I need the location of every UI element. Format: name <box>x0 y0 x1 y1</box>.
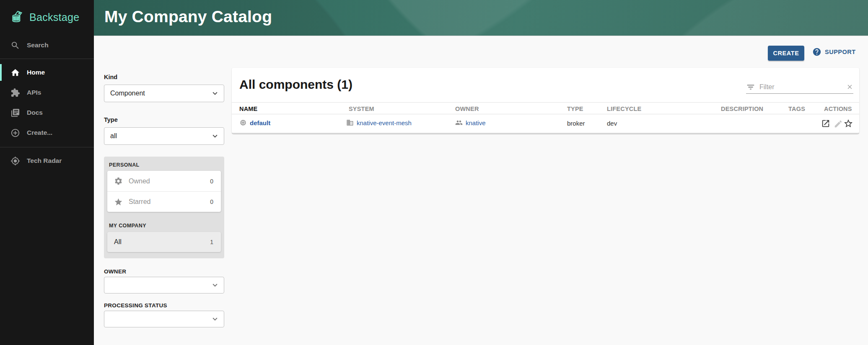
personal-section-label: PERSONAL <box>109 162 140 168</box>
column-header-tags[interactable]: TAGS <box>788 106 805 112</box>
sidebar-item-tech-radar[interactable]: Tech Radar <box>0 151 94 171</box>
create-button[interactable]: CREATE <box>768 46 804 61</box>
backstage-logo[interactable]: Backstage <box>0 0 94 33</box>
edit-pencil-icon <box>834 119 843 129</box>
column-header-type[interactable]: TYPE <box>567 106 583 112</box>
type-select[interactable]: all <box>104 127 224 145</box>
group-icon <box>455 119 463 126</box>
building-icon <box>346 119 354 126</box>
table-header-row: NAME SYSTEM OWNER TYPE LIFECYCLE DESCRIP… <box>232 102 859 114</box>
components-table-card: All components (1) NAME SYSTEM OWNER TYP… <box>232 68 859 134</box>
sidebar-item-label: APIs <box>27 89 41 96</box>
kind-select[interactable]: Component <box>104 85 224 102</box>
puzzle-icon <box>10 88 20 98</box>
sidebar-item-create[interactable]: Create... <box>0 123 94 143</box>
lifecycle-cell: dev <box>607 120 617 127</box>
my-company-section-label: MY COMPANY <box>109 223 146 229</box>
owner-filter-label: OWNER <box>104 268 126 275</box>
clear-filter-icon[interactable] <box>846 83 853 91</box>
chevron-down-icon <box>210 281 220 290</box>
owner-select[interactable] <box>104 277 224 294</box>
all-filter-label: All <box>114 238 210 246</box>
radar-icon <box>10 156 20 166</box>
app-root: Backstage Search Home APIs Docs Create..… <box>0 0 868 345</box>
chevron-down-icon <box>210 131 220 141</box>
owned-count: 0 <box>210 178 213 185</box>
support-button[interactable]: SUPPORT <box>812 47 856 57</box>
entity-name-text: default <box>250 119 270 126</box>
processing-status-select[interactable] <box>104 311 224 327</box>
open-in-new-button[interactable] <box>821 119 830 130</box>
column-header-description[interactable]: DESCRIPTION <box>721 106 763 112</box>
backstage-logo-icon <box>10 9 24 25</box>
column-header-owner[interactable]: OWNER <box>455 106 479 112</box>
sidebar-item-label: Tech Radar <box>27 157 62 165</box>
type-filter-label: Type <box>104 116 118 123</box>
starred-count: 0 <box>210 198 213 205</box>
plus-circle-icon <box>10 128 20 138</box>
docs-icon <box>10 108 20 118</box>
all-filter-item[interactable]: All 1 <box>107 232 221 252</box>
page-title: My Company Catalog <box>104 8 272 26</box>
sidebar-item-label: Search <box>27 41 49 49</box>
system-link-text: knative-event-mesh <box>357 119 412 126</box>
star-outline-icon <box>843 118 853 129</box>
starred-filter-label: Starred <box>129 198 204 206</box>
sidebar-item-docs[interactable]: Docs <box>0 103 94 123</box>
owner-link[interactable]: knative <box>455 119 486 126</box>
sidebar-item-apis[interactable]: APIs <box>0 82 94 103</box>
support-label: SUPPORT <box>825 49 856 55</box>
backstage-logo-text: Backstage <box>29 11 79 23</box>
chevron-down-icon <box>210 89 220 98</box>
system-link[interactable]: knative-event-mesh <box>346 119 412 126</box>
sidebar-item-label: Create... <box>27 129 52 136</box>
home-icon <box>10 68 20 77</box>
entity-picker-card: PERSONAL Owned 0 Starred 0 MY COMPANY Al… <box>104 157 224 258</box>
sidebar-item-home[interactable]: Home <box>0 62 94 82</box>
owned-filter-item[interactable]: Owned 0 <box>107 171 221 191</box>
column-header-actions: ACTIONS <box>824 106 852 112</box>
type-select-value: all <box>110 132 117 140</box>
personal-picker-group: Owned 0 Starred 0 <box>107 171 221 212</box>
sidebar-item-label: Docs <box>27 109 43 116</box>
sidebar-divider <box>0 147 94 147</box>
table-filter <box>746 80 853 94</box>
entity-name-link[interactable]: default <box>239 119 270 126</box>
kind-select-value: Component <box>110 90 145 97</box>
component-chip-icon <box>239 119 247 126</box>
edit-button[interactable] <box>834 119 843 130</box>
owner-link-text: knative <box>466 119 486 126</box>
processing-status-filter-label: PROCESSING STATUS <box>104 302 167 309</box>
sidebar-item-label: Home <box>27 69 45 76</box>
all-count: 1 <box>210 239 213 245</box>
chevron-down-icon <box>210 314 220 324</box>
search-icon <box>10 41 20 50</box>
page-header: My Company Catalog <box>94 0 868 36</box>
open-in-new-icon <box>821 119 830 128</box>
type-cell: broker <box>567 120 585 127</box>
table-title: All components (1) <box>239 77 352 92</box>
star-toggle-button[interactable] <box>843 118 853 130</box>
sidebar-item-search[interactable]: Search <box>0 35 94 55</box>
gear-icon <box>114 177 123 185</box>
filter-list-icon <box>746 82 755 92</box>
kind-filter-label: Kind <box>104 74 117 80</box>
column-header-name[interactable]: NAME <box>239 106 258 112</box>
column-header-system[interactable]: SYSTEM <box>349 106 374 112</box>
column-header-lifecycle[interactable]: LIFECYCLE <box>607 106 641 112</box>
table-filter-input[interactable] <box>759 83 846 91</box>
star-icon <box>114 198 123 206</box>
help-icon <box>812 47 821 57</box>
starred-filter-item[interactable]: Starred 0 <box>107 191 221 212</box>
owned-filter-label: Owned <box>129 178 204 185</box>
sidebar: Backstage Search Home APIs Docs Create..… <box>0 0 94 345</box>
sidebar-divider <box>0 59 94 59</box>
table-row: default knative-event-mesh knative broke… <box>232 114 859 133</box>
